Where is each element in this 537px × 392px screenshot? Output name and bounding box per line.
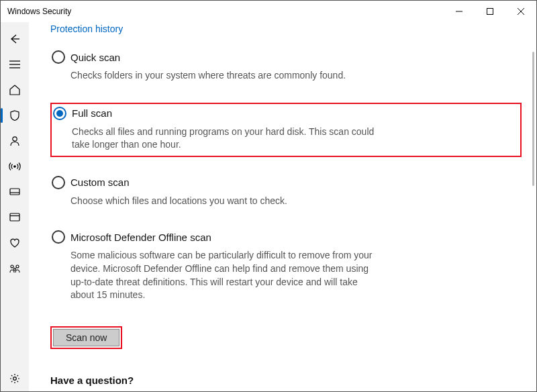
svg-point-15 <box>16 265 19 268</box>
option-custom: Custom scan Choose which files and locat… <box>50 173 522 212</box>
account-icon[interactable] <box>1 128 29 154</box>
svg-point-16 <box>13 268 15 270</box>
option-quick: Quick scan Checks folders in your system… <box>50 48 522 87</box>
minimize-button[interactable] <box>444 1 475 22</box>
protection-history-link[interactable]: Protection history <box>50 23 522 34</box>
back-icon[interactable] <box>1 26 29 52</box>
option-desc: Some malicious software can be particula… <box>70 249 379 301</box>
close-button[interactable] <box>505 1 536 22</box>
active-indicator <box>1 108 3 123</box>
question-heading: Have a question? <box>50 375 522 386</box>
health-icon[interactable] <box>1 230 29 256</box>
svg-point-9 <box>14 166 15 167</box>
radio-offline[interactable] <box>52 230 65 244</box>
menu-icon[interactable] <box>1 52 29 77</box>
browser-icon[interactable] <box>1 205 29 230</box>
scrollbar[interactable] <box>532 52 534 186</box>
window-title: Windows Security <box>1 7 71 16</box>
content: Protection history Quick scan Checks fol… <box>29 22 536 391</box>
window: Windows Security <box>0 0 537 392</box>
svg-point-8 <box>13 137 17 141</box>
question-section: Have a question? Get help <box>50 375 522 391</box>
option-desc: Checks all files and running programs on… <box>72 126 381 152</box>
svg-point-17 <box>13 377 17 381</box>
scan-button-highlight: Scan now <box>50 326 122 349</box>
svg-rect-12 <box>10 213 19 221</box>
get-help-link[interactable]: Get help <box>50 390 522 391</box>
svg-rect-1 <box>487 9 493 15</box>
titlebar: Windows Security <box>1 1 536 22</box>
option-desc: Choose which files and locations you wan… <box>70 195 379 208</box>
window-controls <box>444 1 536 22</box>
family-icon[interactable] <box>1 256 29 281</box>
maximize-button[interactable] <box>475 1 505 22</box>
scan-now-button[interactable]: Scan now <box>53 329 119 346</box>
option-desc: Checks folders in your system where thre… <box>70 69 379 83</box>
home-icon[interactable] <box>1 77 29 103</box>
option-title: Full scan <box>72 107 112 119</box>
option-offline: Microsoft Defender Offline scan Some mal… <box>50 228 522 305</box>
radio-quick[interactable] <box>52 50 65 64</box>
option-full: Full scan Checks all files and running p… <box>50 103 522 157</box>
body: Protection history Quick scan Checks fol… <box>1 22 536 391</box>
svg-rect-10 <box>10 189 19 195</box>
option-title: Microsoft Defender Offline scan <box>70 232 211 243</box>
radio-full[interactable] <box>53 107 66 120</box>
option-title: Custom scan <box>70 177 130 188</box>
radio-custom[interactable] <box>52 176 65 189</box>
option-title: Quick scan <box>70 52 120 63</box>
signal-icon[interactable] <box>1 154 29 179</box>
sidebar <box>1 22 29 391</box>
gear-icon[interactable] <box>1 366 29 391</box>
network-icon[interactable] <box>1 179 29 205</box>
svg-point-14 <box>11 265 13 268</box>
shield-icon[interactable] <box>1 103 29 128</box>
